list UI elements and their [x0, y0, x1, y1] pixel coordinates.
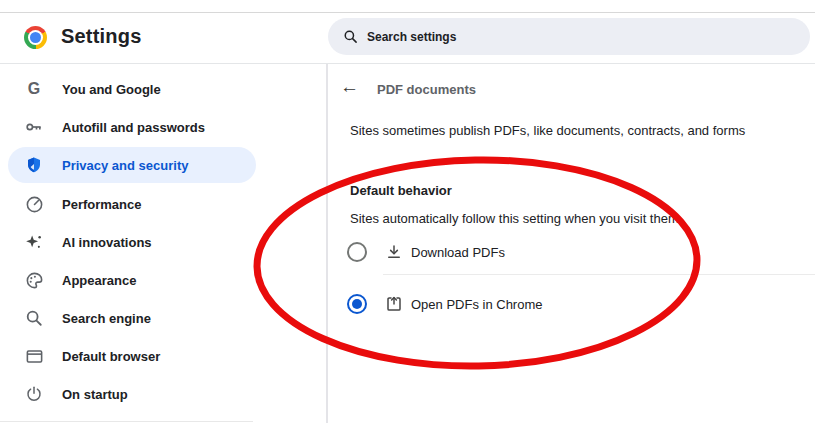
section-subtitle: Sites automatically follow this setting … — [350, 211, 679, 226]
sidebar-item-default-browser[interactable]: Default browser — [0, 337, 320, 375]
key-icon — [24, 117, 44, 137]
content-divider — [326, 64, 328, 423]
sidebar-item-label: AI innovations — [62, 235, 152, 250]
shield-icon — [24, 155, 44, 175]
sidebar-item-label: Search engine — [62, 311, 151, 326]
options-divider — [383, 274, 815, 275]
sidebar-item-label: Performance — [62, 197, 141, 212]
sidebar-item-label: Default browser — [62, 349, 160, 364]
radio-selected[interactable] — [347, 294, 367, 314]
search-icon — [343, 29, 358, 44]
sidebar-item-performance[interactable]: Performance — [0, 185, 320, 223]
sidebar-item-label: On startup — [62, 387, 128, 402]
app-title: Settings — [61, 25, 142, 48]
chrome-logo-icon — [24, 26, 47, 49]
radio-option-label: Open PDFs in Chrome — [411, 297, 543, 312]
sidebar-item-label: Autofill and passwords — [62, 120, 205, 135]
radio-option-download-pdfs[interactable]: Download PDFs — [347, 240, 807, 264]
window-top-border — [0, 12, 815, 13]
search-settings-input[interactable]: Search settings — [328, 18, 810, 55]
sidebar-item-ai-innovations[interactable]: AI innovations — [0, 223, 320, 261]
sidebar-item-appearance[interactable]: Appearance — [0, 261, 320, 299]
magnifier-icon — [24, 308, 44, 328]
sidebar-item-privacy-and-security[interactable]: Privacy and security — [0, 146, 320, 184]
speedometer-icon — [24, 194, 44, 214]
section-title: Default behavior — [350, 183, 452, 198]
sidebar-item-label: You and Google — [62, 82, 161, 97]
sidebar-item-autofill-and-passwords[interactable]: Autofill and passwords — [0, 108, 320, 146]
header-divider — [0, 63, 815, 64]
sidebar-item-label: Privacy and security — [62, 158, 188, 173]
radio-option-open-pdfs-in-chrome[interactable]: Open PDFs in Chrome — [347, 292, 807, 316]
page-title: PDF documents — [377, 82, 476, 97]
download-icon — [384, 242, 404, 262]
sidebar-item-you-and-google[interactable]: G You and Google — [0, 70, 320, 108]
sidebar-item-search-engine[interactable]: Search engine — [0, 299, 320, 337]
page-description: Sites sometimes publish PDFs, like docum… — [350, 123, 745, 138]
sparkle-icon — [24, 232, 44, 252]
sidebar-item-label: Appearance — [62, 273, 136, 288]
power-icon — [24, 384, 44, 404]
radio-unselected[interactable] — [347, 242, 367, 262]
open-in-chrome-icon — [384, 294, 404, 314]
google-g-icon: G — [24, 79, 44, 99]
radio-option-label: Download PDFs — [411, 245, 505, 260]
palette-icon — [24, 270, 44, 290]
back-arrow-icon[interactable]: ← — [340, 77, 359, 96]
browser-icon — [24, 346, 44, 366]
search-placeholder: Search settings — [367, 30, 456, 44]
sidebar-item-on-startup[interactable]: On startup — [0, 375, 320, 413]
sidebar-bottom-divider — [0, 421, 253, 422]
